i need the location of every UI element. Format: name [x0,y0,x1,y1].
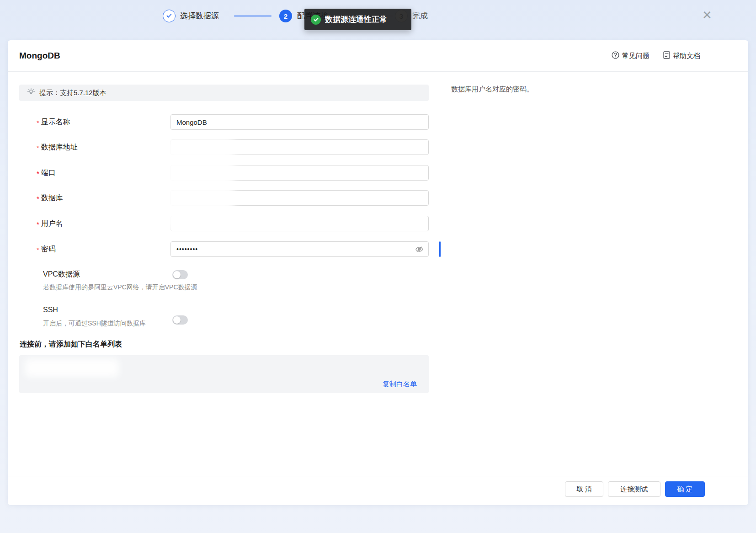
card-header: MongoDB 常见问题 帮助文档 [8,40,748,72]
step-connector-1 [234,16,272,16]
field-label-username: * 用户名 [37,216,63,231]
confirm-button[interactable]: 确 定 [665,481,705,497]
ssh-helper-text: 开启后，可通过SSH隧道访问数据库 [43,320,146,328]
faq-link[interactable]: 常见问题 [612,51,650,60]
display-name-input[interactable] [170,114,429,130]
close-icon[interactable]: ✕ [700,8,714,22]
form-help-divider [440,84,440,330]
step1-label: 选择数据源 [180,11,219,21]
dialog-card: MongoDB 常见问题 帮助文档 [8,40,748,505]
required-asterisk: * [37,195,39,203]
field-label-port: * 端口 [37,165,56,181]
vpc-label: VPC数据源 [43,270,80,279]
required-asterisk: * [37,170,39,177]
step1-circle [163,10,176,22]
password-field-wrap [170,241,429,257]
connection-test-button[interactable]: 连接测试 [608,481,660,497]
toggle-knob [173,316,181,324]
step2-circle: 2 [279,10,292,22]
field-label-password: * 密码 [37,241,56,257]
step2-number: 2 [284,12,287,20]
field-label-display-name: * 显示名称 [37,114,70,130]
success-check-icon [311,15,321,25]
document-icon [663,51,670,60]
toast-message: 数据源连通性正常 [325,14,387,25]
tip-text: 提示：支持5.7.12版本 [39,89,106,97]
active-field-indicator [439,241,441,257]
step1-check-icon [166,12,172,20]
ssh-label: SSH [43,306,58,314]
eye-off-icon[interactable] [415,245,424,256]
whitelist-title: 连接前，请添加如下白名单列表 [20,339,122,349]
whitelist-box: 复制白名单 [19,355,429,393]
copy-whitelist-link[interactable]: 复制白名单 [383,380,417,389]
toggle-knob [173,271,181,278]
redaction-blur [165,137,234,232]
required-asterisk: * [37,119,39,127]
vpc-helper-text: 若数据库使用的是阿里云VPC网络，请开启VPC数据源 [43,283,197,292]
help-doc-link[interactable]: 帮助文档 [663,51,700,60]
redaction-blur [25,359,119,377]
footer-divider [8,476,748,476]
required-asterisk: * [37,246,39,254]
toast-success: 数据源连通性正常 [304,9,411,30]
password-input[interactable] [170,241,429,257]
field-label-database: * 数据库 [37,190,63,206]
vpc-toggle[interactable] [172,270,188,279]
step3-label: 完成 [412,11,428,21]
question-circle-icon [612,51,619,60]
tip-banner: 提示：支持5.7.12版本 [19,85,429,101]
help-doc-label: 帮助文档 [673,52,700,60]
page-title: MongoDB [19,51,60,61]
bulb-icon [27,88,35,98]
faq-label: 常见问题 [622,52,650,60]
required-asterisk: * [37,144,39,152]
ssh-toggle[interactable] [172,315,188,325]
field-label-db-address: * 数据库地址 [37,139,78,155]
cancel-button[interactable]: 取 消 [565,481,603,497]
field-help-text: 数据库用户名对应的密码。 [451,85,648,94]
required-asterisk: * [37,220,39,228]
